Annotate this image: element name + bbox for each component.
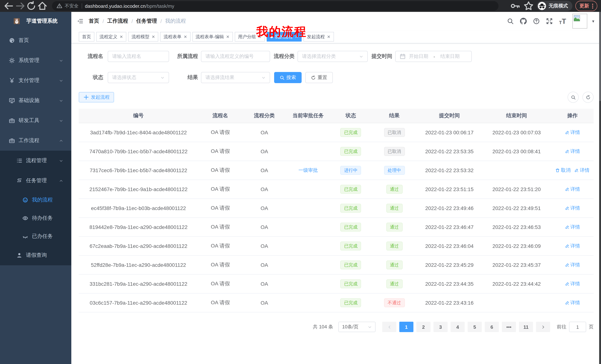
cancel-button[interactable]: 取消	[555, 167, 571, 174]
next-page-button[interactable]	[536, 322, 550, 332]
result-select[interactable]: 请选择流结果	[201, 72, 270, 83]
close-icon[interactable]: ✕	[226, 34, 229, 39]
password-key-icon[interactable]	[510, 1, 521, 11]
close-icon[interactable]: ✕	[151, 34, 155, 39]
tab-流程表单[interactable]: 流程表单✕	[160, 32, 190, 42]
avatar[interactable]	[572, 14, 587, 29]
page-button-5[interactable]: 5	[468, 322, 482, 332]
sidebar-item-流程管理[interactable]: 流程管理	[0, 151, 71, 171]
detail-button[interactable]: 详情	[565, 186, 580, 192]
sidebar-item-已办任务[interactable]: 已办任务	[0, 227, 71, 245]
hamburger-icon[interactable]	[77, 18, 83, 24]
detail-button[interactable]: 详情	[565, 262, 580, 268]
tab-流程模型[interactable]: 流程模型✕	[128, 32, 158, 42]
avatar-caret-icon[interactable]: ▼	[591, 19, 595, 23]
close-icon[interactable]: ✕	[258, 34, 261, 39]
sidebar-item-系统管理[interactable]: 系统管理	[0, 50, 71, 70]
home-icon[interactable]	[37, 1, 48, 11]
page-size-select[interactable]: 10条/页	[338, 322, 376, 332]
date-range-picker[interactable]: 开始日期 - 结束日期	[395, 51, 472, 62]
close-icon[interactable]: ✕	[184, 34, 187, 39]
address-bar[interactable]: 不安全 dashboard.yudao.iocoder.cn/bpm/task/…	[52, 1, 499, 11]
detail-button[interactable]: 详情	[565, 224, 580, 230]
chevron-down-icon	[59, 159, 63, 163]
security-chip[interactable]: 不安全	[56, 3, 79, 9]
page-button-3[interactable]: 3	[433, 322, 448, 332]
detail-button[interactable]: 详情	[574, 167, 590, 174]
detail-button[interactable]: 详情	[565, 148, 580, 155]
sidebar-item-支付管理[interactable]: 支付管理	[0, 70, 71, 91]
cell-end-time: 2022-01-23 00:08:41	[482, 142, 551, 161]
cell-status: 已完成	[330, 142, 372, 161]
page-button-6[interactable]: 6	[485, 322, 499, 332]
sidebar-item-基础设施[interactable]: 基础设施	[0, 91, 71, 111]
task-link[interactable]: 一级审批	[299, 167, 318, 174]
detail-button[interactable]: 详情	[565, 299, 580, 306]
status-select[interactable]: 请选择状态	[108, 72, 169, 83]
detail-button[interactable]: 详情	[565, 280, 580, 287]
cell-category: OA	[242, 199, 286, 218]
detail-button[interactable]: 详情	[565, 129, 580, 136]
page-button-1[interactable]: 1	[399, 322, 413, 332]
font-size-icon[interactable]: TT	[559, 18, 566, 25]
process-category-select[interactable]: 请选择流程分类	[298, 51, 368, 62]
page-button-2[interactable]: 2	[416, 322, 431, 332]
breadcrumb-item[interactable]: 工作流程	[107, 18, 128, 25]
fullscreen-icon[interactable]	[546, 18, 553, 25]
page-button-4[interactable]: 4	[451, 322, 465, 332]
sidebar-item-研发工具[interactable]: 研发工具	[0, 111, 71, 131]
tab-用户分组[interactable]: 用户分组✕	[235, 32, 265, 42]
status-badge: 已完成	[341, 260, 361, 269]
sidebar-item-首页[interactable]: 首页	[0, 30, 71, 50]
sidebar-item-请假查询[interactable]: 请假查询	[0, 245, 71, 265]
pen-icon	[565, 263, 569, 267]
goto-page-input[interactable]	[569, 322, 586, 332]
page-button-11[interactable]: 11	[519, 322, 533, 332]
search-icon[interactable]	[507, 18, 514, 25]
chevron-down-icon	[368, 325, 372, 329]
detail-button[interactable]: 详情	[565, 205, 580, 211]
search-icon	[571, 95, 576, 100]
column-header-编号: 编号	[79, 109, 198, 123]
close-icon[interactable]: ✕	[327, 34, 331, 39]
close-icon[interactable]: ✕	[120, 34, 123, 39]
tab-首页[interactable]: 首页	[79, 32, 94, 42]
bookmark-star-icon[interactable]	[523, 1, 534, 11]
tab-流程表单-编辑[interactable]: 流程表单-编辑✕	[192, 32, 233, 42]
sidebar-item-我的流程[interactable]: 我的流程	[0, 191, 71, 209]
refresh-table-button[interactable]	[582, 92, 594, 103]
tab-流程定义[interactable]: 流程定义✕	[96, 32, 126, 42]
tab-发起流程[interactable]: 发起流程✕	[304, 32, 334, 42]
sidebar-item-待办任务[interactable]: 待办任务	[0, 209, 71, 227]
help-icon[interactable]	[533, 18, 540, 25]
cell-actions: 详情	[551, 274, 594, 293]
page-scrollbar[interactable]	[599, 12, 601, 364]
reset-button[interactable]: 重置	[305, 72, 333, 83]
show-search-button[interactable]	[568, 92, 579, 103]
chevron-down-icon	[59, 98, 63, 103]
toolbox-icon	[9, 118, 15, 124]
create-process-button[interactable]: 发起流程	[79, 92, 114, 102]
close-icon[interactable]: ✕	[295, 34, 298, 39]
sidebar-item-任务管理[interactable]: 任务管理	[0, 171, 71, 191]
sidebar-item-工作流程[interactable]: 工作流程	[0, 131, 71, 151]
process-definition-input[interactable]: 请输入流程定义的编号	[201, 51, 270, 62]
logo[interactable]: 芋道管理系统	[0, 12, 71, 30]
cell-actions: 详情	[551, 293, 594, 312]
cell-task	[286, 218, 330, 237]
menu-dots-icon[interactable]	[592, 3, 593, 8]
process-name-input[interactable]: 请输入流程名	[108, 51, 169, 62]
search-button[interactable]: 搜索	[274, 72, 302, 83]
github-icon[interactable]	[520, 18, 527, 25]
active-dot-icon	[270, 35, 273, 38]
reload-icon[interactable]	[26, 1, 36, 11]
update-button[interactable]: 更新	[575, 1, 597, 11]
forward-icon[interactable]	[15, 1, 25, 11]
prev-page-button[interactable]	[382, 322, 396, 332]
back-icon[interactable]	[4, 1, 14, 11]
breadcrumb-item[interactable]: 任务管理	[136, 18, 157, 25]
breadcrumb-item[interactable]: 首页	[89, 18, 99, 25]
column-header-提交时间: 提交时间	[417, 109, 482, 123]
detail-button[interactable]: 详情	[565, 243, 580, 249]
tab-我的流程[interactable]: 我的流程✕	[267, 32, 302, 42]
